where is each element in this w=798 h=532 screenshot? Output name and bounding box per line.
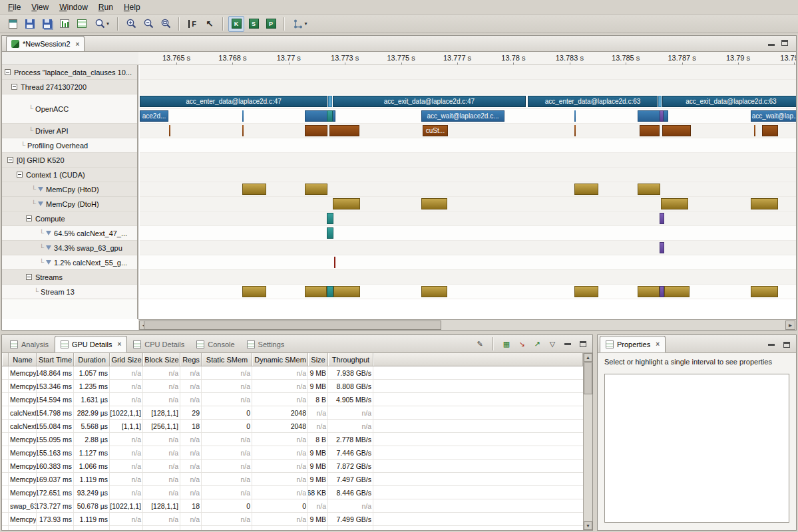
tab-close-icon[interactable]: × xyxy=(656,340,660,348)
details-minimize-button[interactable] xyxy=(561,338,574,350)
properties-maximize-button[interactable] xyxy=(780,338,793,350)
mark-button[interactable]: ✎ xyxy=(473,338,487,350)
menu-run[interactable]: Run xyxy=(93,1,118,13)
tree-row[interactable]: Thread 2741307200 xyxy=(2,80,137,94)
tree-row[interactable]: └Profiling Overhead xyxy=(2,138,137,153)
memcpy-bar[interactable] xyxy=(638,184,660,195)
kernel-teal-bar[interactable] xyxy=(327,227,333,239)
tab-properties[interactable]: Properties × xyxy=(600,336,666,352)
tree-row[interactable]: └Driver API xyxy=(2,124,137,138)
kernel-red-bar[interactable] xyxy=(334,257,335,268)
tab-gpu-details[interactable]: GPU Details× xyxy=(55,336,127,352)
tab-console[interactable]: Console xyxy=(190,336,240,352)
driver-api-bar[interactable]: cuSt... xyxy=(423,125,448,136)
column-header[interactable]: Dynamic SMem xyxy=(252,353,308,366)
collapse-icon[interactable] xyxy=(26,274,32,280)
table-vscrollbar[interactable]: ▲ ▼ xyxy=(583,353,592,530)
table-row[interactable]: Memcpy HtoD179.163 ms1.073 msn/an/an/an/… xyxy=(2,526,583,530)
driver-api-bar[interactable] xyxy=(762,125,778,136)
kernel-purple-bar[interactable] xyxy=(660,286,664,297)
table-row[interactable]: Memcpy DtoH155.163 ms1.127 msn/an/an/an/… xyxy=(2,446,583,460)
save-all-button[interactable] xyxy=(39,16,55,32)
collapse-icon[interactable] xyxy=(11,84,17,90)
tree-row[interactable]: └34.3% swap_63_gpu xyxy=(2,241,137,255)
openacc-bar[interactable]: acc_exit_data@laplace2d.c:47 xyxy=(333,96,526,107)
table-row[interactable]: swap_63_gpu173.727 ms50.678 µs[1022,1,1]… xyxy=(2,499,583,513)
memcpy-bar[interactable] xyxy=(664,286,690,297)
tree-row[interactable]: └OpenACC xyxy=(2,94,137,124)
tree-row[interactable]: [0] GRID K520 xyxy=(2,153,137,168)
collapse-icon[interactable] xyxy=(5,69,11,75)
tree-row[interactable]: └1.2% calcNext_55_g... xyxy=(2,255,137,270)
kernel-toggle-button[interactable]: K xyxy=(228,16,244,32)
column-header[interactable]: Name xyxy=(9,353,37,366)
tab-settings[interactable]: Settings xyxy=(241,336,291,352)
column-header[interactable] xyxy=(373,353,583,366)
memcpy-bar[interactable] xyxy=(751,198,778,209)
details-maximize-button[interactable] xyxy=(576,338,590,350)
menu-view[interactable]: View xyxy=(26,1,54,13)
column-header[interactable]: Duration xyxy=(74,353,110,366)
minimize-button[interactable] xyxy=(768,37,775,49)
table-row[interactable]: calcNext_55_gpu155.084 ms5.568 µs[1,1,1]… xyxy=(2,420,583,433)
memcpy-bar[interactable] xyxy=(305,184,327,195)
vscroll-thumb[interactable] xyxy=(584,362,592,394)
kernel-teal-bar[interactable] xyxy=(327,110,333,122)
memcpy-bar[interactable] xyxy=(305,286,327,297)
zoom-fit-button[interactable] xyxy=(158,16,174,32)
column-header[interactable]: Regs xyxy=(180,353,202,366)
acc-wait-bar[interactable]: ace2d... xyxy=(140,110,168,122)
collapse-icon[interactable] xyxy=(26,215,32,221)
acc-wait-bar[interactable] xyxy=(638,110,668,122)
tree-row[interactable]: Compute xyxy=(2,211,137,226)
export-button[interactable]: ↗ xyxy=(530,338,544,350)
column-header[interactable]: Static SMem xyxy=(202,353,252,366)
column-header[interactable]: Start Time xyxy=(37,353,74,366)
acc-wait-bar[interactable]: acc_wait@laplace2d.c... xyxy=(421,110,504,122)
openacc-bar[interactable]: acc_exit_data@laplace2d.c:63 xyxy=(662,96,796,107)
openacc-bar[interactable] xyxy=(328,96,332,107)
tree-row[interactable]: └Stream 13 xyxy=(2,285,137,299)
scroll-right-button[interactable]: ► xyxy=(785,321,795,330)
column-header[interactable] xyxy=(2,353,9,366)
table-row[interactable]: Memcpy DtoH155.095 ms2.88 µsn/an/an/an/a… xyxy=(2,433,583,446)
kernel-teal-bar[interactable] xyxy=(327,213,333,224)
zoom-in-button[interactable] xyxy=(123,16,139,32)
kernel-purple-bar[interactable] xyxy=(660,242,664,253)
columns-button[interactable]: ▦ xyxy=(500,338,513,350)
import-button[interactable]: ↘ xyxy=(515,338,528,350)
new-session-button[interactable] xyxy=(5,16,21,32)
table-row[interactable]: Memcpy HtoD153.346 ms1.235 msn/an/an/an/… xyxy=(2,380,583,393)
table-row[interactable]: Memcpy HtoD173.93 ms1.119 msn/an/an/an/a… xyxy=(2,513,583,526)
column-header[interactable]: Throughput xyxy=(328,353,373,366)
tree-row[interactable]: └64.5% calcNext_47_... xyxy=(2,226,137,241)
tree-row[interactable]: Streams xyxy=(2,270,137,285)
table-view-button[interactable] xyxy=(74,16,90,32)
column-header[interactable]: Size xyxy=(308,353,328,366)
table-row[interactable]: Memcpy HtoD169.037 ms1.119 msn/an/an/an/… xyxy=(2,473,583,486)
memcpy-bar[interactable] xyxy=(333,198,360,209)
prev-marker-button[interactable]: ↖ xyxy=(202,16,218,32)
view-menu-button[interactable]: ▽ xyxy=(546,338,559,350)
session-tab[interactable]: *NewSession2 × xyxy=(6,36,85,51)
openacc-bar[interactable]: acc_enter_data@laplace2d.c:47 xyxy=(140,96,327,107)
memcpy-bar[interactable] xyxy=(242,184,266,195)
kernel-teal-bar[interactable] xyxy=(327,286,333,297)
acc-wait-bar[interactable] xyxy=(242,110,244,122)
acc-wait-bar[interactable] xyxy=(574,110,576,122)
acc-wait-bar[interactable]: acc_wait@lap... xyxy=(751,110,796,122)
memcpy-bar[interactable] xyxy=(421,198,447,209)
driver-api-bar[interactable] xyxy=(242,125,244,136)
driver-api-bar[interactable] xyxy=(662,125,691,136)
tree-row[interactable]: Context 1 (CUDA) xyxy=(2,168,137,182)
memcpy-bar[interactable] xyxy=(661,198,688,209)
menu-help[interactable]: Help xyxy=(118,1,146,13)
collapse-icon[interactable] xyxy=(7,157,13,163)
memcpy-bar[interactable] xyxy=(242,286,266,297)
memcpy-bar[interactable] xyxy=(638,286,660,297)
column-header[interactable]: Grid Size xyxy=(110,353,143,366)
tab-analysis[interactable]: Analysis xyxy=(4,336,55,352)
memcpy-bar[interactable] xyxy=(751,286,778,297)
profile-button[interactable] xyxy=(57,16,73,32)
tab-close-icon[interactable]: × xyxy=(118,340,122,348)
